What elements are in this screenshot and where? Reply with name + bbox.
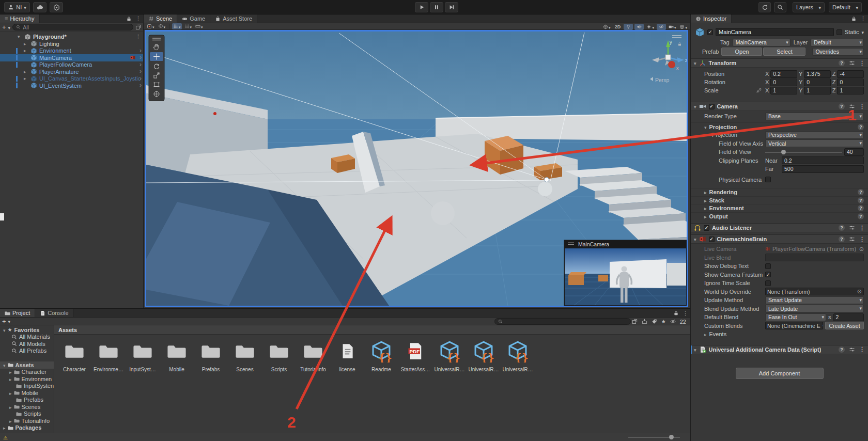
kebab-menu-icon[interactable] [859, 103, 865, 110]
kebab-menu-icon[interactable] [860, 15, 866, 22]
open-window-icon[interactable] [632, 319, 638, 324]
eye-off-icon[interactable] [670, 319, 676, 324]
help-icon[interactable] [839, 225, 845, 231]
audio-toggle[interactable] [634, 24, 644, 30]
asset-prefabs[interactable]: Prefabs [194, 339, 228, 372]
undo-history-button[interactable] [758, 2, 771, 12]
object-picker-icon[interactable] [822, 322, 823, 329]
kebab-menu-icon[interactable] [859, 236, 865, 243]
tree-scenes[interactable]: Scenes [0, 403, 54, 411]
camera-component-header[interactable]: Camera [691, 102, 868, 111]
scene-viewport[interactable]: y z x Persp [145, 30, 688, 307]
object-picker-icon[interactable] [857, 288, 862, 295]
layers-dropdown[interactable]: Layers [793, 2, 825, 12]
2d-toggle[interactable]: 2D [613, 24, 622, 30]
asset-license[interactable]: license [330, 339, 364, 372]
default-blend-dropdown[interactable]: Ease In Out [765, 313, 826, 321]
projection-section-header[interactable]: Projection [691, 122, 868, 131]
gizmos-dropdown[interactable] [678, 24, 688, 30]
help-icon[interactable] [858, 197, 864, 203]
visibility-toggle[interactable] [657, 24, 666, 30]
blend-seconds-field[interactable]: 2 [833, 313, 864, 321]
favorite-all-prefabs[interactable]: All Prefabs [0, 348, 54, 355]
kebab-menu-icon[interactable] [859, 346, 865, 353]
position-z-field[interactable]: -4 [837, 70, 864, 78]
lock-icon[interactable] [673, 310, 679, 316]
rotation-y-field[interactable]: 0 [804, 78, 831, 86]
cinemachine-brain-header[interactable]: CinemachineBrain [691, 234, 868, 244]
asset-readme[interactable]: Readme [364, 339, 398, 372]
render-type-dropdown[interactable]: Base [765, 113, 864, 120]
hierarchy-item-environment[interactable]: Environment [0, 48, 143, 55]
foldout-icon[interactable] [3, 362, 6, 368]
effects-dropdown[interactable] [645, 24, 655, 30]
world-up-object-field[interactable]: None (Transform) [765, 288, 864, 295]
grid-visibility-dropdown[interactable] [183, 23, 193, 29]
favorite-all-models[interactable]: All Models [0, 340, 54, 348]
console-warning-icon[interactable] [3, 434, 8, 440]
custom-blends-object-field[interactable]: None (Cinemachine E [765, 322, 823, 329]
rotation-x-field[interactable]: 0 [770, 78, 797, 86]
foldout-icon[interactable] [24, 48, 30, 53]
help-icon[interactable] [858, 213, 864, 219]
cinemachine-enabled-checkbox[interactable] [709, 237, 715, 242]
rotation-dropdown[interactable] [602, 24, 612, 30]
fov-axis-dropdown[interactable]: Vertical [765, 139, 864, 147]
presets-icon[interactable] [849, 225, 855, 231]
script-component-header[interactable]: Universal Additional Camera Data (Script… [691, 345, 868, 354]
tag-icon[interactable] [652, 319, 657, 324]
help-icon[interactable] [839, 103, 845, 109]
fov-slider[interactable] [765, 148, 842, 156]
chevron-right-icon[interactable] [140, 68, 142, 74]
camera-position-handle[interactable] [545, 178, 549, 182]
camera-view-dropdown[interactable] [668, 24, 677, 30]
hierarchy-item-playerfollowcamera[interactable]: PlayerFollowCamera [0, 61, 143, 69]
tab-asset-store[interactable]: Asset Store [210, 14, 257, 23]
hierarchy-item-lighting[interactable]: Lighting [0, 40, 143, 48]
favorite-all-materials[interactable]: All Materials [0, 334, 54, 341]
create-asset-button[interactable]: Create Asset [825, 322, 864, 329]
add-component-button[interactable]: Add Component [736, 368, 824, 379]
tab-console[interactable]: Console [35, 309, 73, 317]
tree-mobile[interactable]: Mobile [0, 389, 54, 397]
zoom-slider-knob[interactable] [669, 435, 674, 439]
tree-scripts[interactable]: Scripts [0, 411, 54, 418]
add-asset-button[interactable] [2, 318, 6, 325]
position-y-field[interactable]: 1.375 [804, 70, 831, 78]
update-method-dropdown[interactable]: Smart Update [765, 296, 864, 304]
ignore-time-checkbox[interactable] [765, 280, 771, 286]
fov-value-field[interactable]: 40 [844, 148, 864, 156]
tree-tutorialinfo[interactable]: TutorialInfo [0, 417, 54, 424]
chevron-down-icon[interactable] [8, 318, 11, 324]
static-dropdown-icon[interactable] [861, 29, 864, 35]
presets-icon[interactable] [849, 236, 855, 242]
asset-universal-rp-3[interactable]: UniversalR… [501, 339, 535, 372]
kebab-menu-icon[interactable] [135, 34, 141, 40]
tab-game[interactable]: Game [177, 14, 210, 23]
foldout-icon[interactable] [24, 69, 30, 74]
audio-listener-checkbox[interactable] [704, 225, 709, 231]
asset-scenes[interactable]: Scenes [228, 339, 262, 372]
stack-foldout[interactable]: Stack [691, 196, 868, 204]
pause-button[interactable] [430, 2, 443, 12]
assets-breadcrumb[interactable]: Assets [54, 325, 690, 335]
tool-settings-dropdown[interactable] [146, 23, 156, 29]
scale-x-field[interactable]: 1 [770, 87, 797, 94]
kebab-menu-icon[interactable] [683, 310, 688, 317]
chevron-right-icon[interactable] [140, 61, 142, 68]
lock-icon[interactable] [851, 16, 857, 22]
tree-environment[interactable]: Environmen [0, 375, 54, 383]
help-icon[interactable] [839, 60, 845, 66]
transform-component-header[interactable]: Transform [691, 58, 868, 68]
prefab-open-button[interactable]: Open [721, 48, 762, 56]
snap-increment-dropdown[interactable] [194, 23, 204, 29]
help-icon[interactable] [839, 346, 845, 353]
near-clip-field[interactable]: 0.2 [782, 156, 864, 164]
kebab-menu-icon[interactable] [859, 225, 865, 231]
foldout-icon[interactable] [18, 34, 24, 39]
help-icon[interactable] [858, 205, 864, 211]
tree-prefabs[interactable]: Prefabs [0, 397, 54, 404]
asset-environment[interactable]: Environme… [91, 339, 126, 372]
layout-dropdown[interactable]: Default [829, 2, 862, 12]
chevron-right-icon[interactable] [140, 54, 142, 60]
